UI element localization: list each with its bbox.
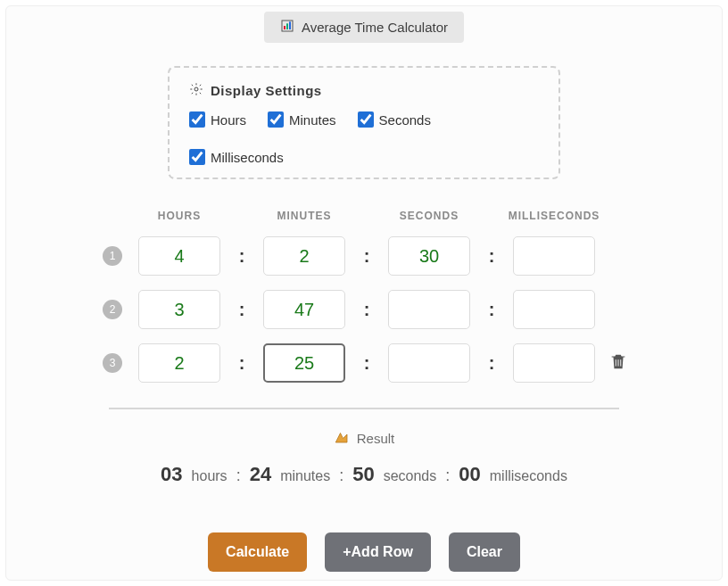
input-seconds[interactable] bbox=[388, 343, 470, 383]
button-row: Calculate +Add Row Clear bbox=[208, 532, 520, 572]
title-pill: Average Time Calculator bbox=[264, 12, 464, 43]
result-label-text: Result bbox=[357, 431, 395, 446]
header-hours: HOURS bbox=[158, 210, 201, 222]
colon: : bbox=[364, 300, 370, 320]
display-settings-panel: Display Settings Hours Minutes Seconds M… bbox=[168, 66, 560, 179]
checkbox-seconds[interactable]: Seconds bbox=[358, 111, 431, 128]
title-text: Average Time Calculator bbox=[302, 20, 448, 35]
chart-icon bbox=[280, 19, 294, 36]
add-row-button[interactable]: +Add Row bbox=[325, 532, 431, 572]
checkbox-hours[interactable]: Hours bbox=[189, 111, 246, 128]
gear-icon bbox=[189, 82, 203, 99]
result-minutes-value: 24 bbox=[250, 463, 271, 486]
row-number: 3 bbox=[103, 353, 122, 373]
svg-rect-1 bbox=[284, 26, 285, 29]
colon: : bbox=[489, 300, 495, 320]
result-minutes-unit: minutes bbox=[280, 468, 330, 484]
checkbox-seconds-label: Seconds bbox=[379, 112, 431, 128]
input-milliseconds[interactable] bbox=[513, 290, 595, 329]
result-hours-unit: hours bbox=[192, 468, 228, 484]
trash-icon bbox=[608, 359, 628, 374]
colon: : bbox=[236, 466, 241, 485]
time-input-grid: HOURS MINUTES SECONDS MILLISECONDS 1 : :… bbox=[99, 210, 629, 383]
input-minutes[interactable] bbox=[263, 236, 345, 276]
input-hours[interactable] bbox=[138, 236, 220, 276]
result-hours-value: 03 bbox=[161, 463, 182, 486]
colon: : bbox=[239, 353, 245, 374]
result-area: Result 03 hours : 24 minutes : 50 second… bbox=[161, 429, 567, 486]
colon: : bbox=[364, 246, 370, 267]
input-hours[interactable] bbox=[138, 343, 220, 383]
checkbox-minutes-label: Minutes bbox=[289, 112, 336, 128]
checkbox-seconds-input[interactable] bbox=[358, 111, 374, 128]
input-seconds[interactable] bbox=[388, 236, 470, 276]
row-number: 1 bbox=[103, 246, 122, 266]
svg-rect-3 bbox=[289, 21, 291, 29]
colon: : bbox=[364, 353, 370, 374]
pointer-icon bbox=[334, 429, 350, 448]
clear-button[interactable]: Clear bbox=[449, 532, 520, 572]
input-milliseconds[interactable] bbox=[513, 343, 595, 383]
checkbox-milliseconds-label: Milliseconds bbox=[211, 150, 284, 165]
header-seconds: SECONDS bbox=[400, 210, 459, 222]
delete-row-button[interactable] bbox=[608, 351, 628, 375]
divider bbox=[109, 408, 619, 409]
colon: : bbox=[489, 353, 495, 374]
colon: : bbox=[339, 466, 343, 485]
checkbox-hours-input[interactable] bbox=[189, 111, 205, 128]
checkbox-milliseconds[interactable]: Milliseconds bbox=[189, 149, 284, 165]
header-minutes: MINUTES bbox=[277, 210, 332, 222]
settings-heading: Display Settings bbox=[211, 83, 322, 98]
result-seconds-value: 50 bbox=[352, 463, 374, 486]
checkbox-minutes-input[interactable] bbox=[268, 111, 284, 128]
calculate-button[interactable]: Calculate bbox=[208, 532, 307, 572]
checkbox-hours-label: Hours bbox=[211, 112, 246, 128]
calculator-card: Average Time Calculator Display Settings… bbox=[5, 5, 723, 581]
input-minutes[interactable] bbox=[263, 343, 345, 383]
input-hours[interactable] bbox=[138, 290, 220, 329]
input-minutes[interactable] bbox=[263, 290, 345, 329]
result-line: 03 hours : 24 minutes : 50 seconds : 00 … bbox=[161, 463, 567, 486]
colon: : bbox=[489, 246, 495, 267]
colon: : bbox=[239, 300, 245, 320]
row-number: 2 bbox=[103, 300, 122, 319]
input-seconds[interactable] bbox=[388, 290, 470, 329]
colon: : bbox=[239, 246, 245, 267]
input-milliseconds[interactable] bbox=[513, 236, 595, 276]
svg-rect-2 bbox=[286, 23, 288, 29]
colon: : bbox=[445, 466, 450, 485]
result-seconds-unit: seconds bbox=[384, 468, 437, 484]
header-milliseconds: MILLISECONDS bbox=[509, 210, 600, 222]
result-milliseconds-unit: milliseconds bbox=[490, 468, 567, 484]
checkbox-minutes[interactable]: Minutes bbox=[268, 111, 336, 128]
result-milliseconds-value: 00 bbox=[459, 463, 480, 486]
checkbox-milliseconds-input[interactable] bbox=[189, 149, 205, 165]
svg-point-4 bbox=[194, 87, 198, 91]
